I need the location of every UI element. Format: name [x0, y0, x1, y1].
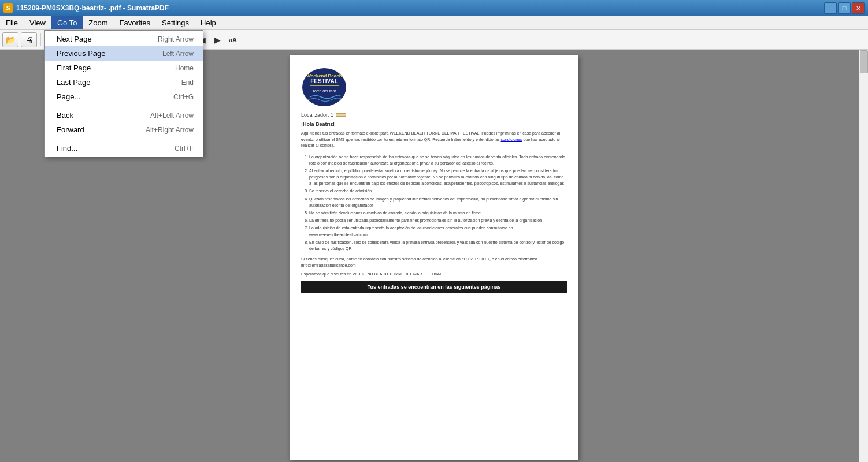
print-button[interactable]: 🖨 — [21, 32, 37, 47]
next-page-shortcut: Right Arrow — [158, 35, 194, 43]
match-case-button[interactable]: aA — [227, 33, 239, 46]
last-page-shortcut: End — [181, 79, 194, 87]
minimize-button[interactable]: – — [824, 2, 837, 14]
page-shortcut: Ctrl+G — [173, 93, 194, 101]
toolbar-separator-1 — [40, 33, 41, 46]
separator-2 — [45, 139, 203, 139]
condition-2: Al entrar al recinto, el público puede e… — [309, 167, 567, 187]
condition-8: En caso de falsificación, solo se consid… — [309, 239, 567, 252]
banner-bar: Tus entradas se encuentran en las siguie… — [301, 281, 567, 293]
app-icon: S — [3, 3, 13, 13]
condition-1: La organización no se hace responsable d… — [309, 154, 567, 166]
goto-first-page[interactable]: First Page Home — [45, 61, 203, 75]
svg-text:FESTIVAL: FESTIVAL — [310, 78, 338, 84]
scrollbar-right[interactable] — [859, 50, 868, 462]
last-page-label: Last Page — [57, 78, 91, 87]
goto-find[interactable]: Find... Ctrl+F — [45, 141, 203, 155]
condition-3: Se reserva el derecho de admisión — [309, 188, 567, 194]
goto-previous-page[interactable]: Previous Page Left Arrow — [45, 46, 203, 61]
forward-label: Forward — [57, 125, 84, 134]
localizador-label: Localizador: 1 — [301, 112, 333, 118]
goto-page[interactable]: Page... Ctrl+G — [45, 90, 203, 104]
menu-settings[interactable]: Settings — [156, 16, 195, 29]
condition-5: No se admitirán devoluciones o cambios d… — [309, 210, 567, 216]
footer-hope: Esperamos que disfrutes en WEEKEND BEACH… — [301, 272, 567, 276]
open-button[interactable]: 📂 — [2, 32, 18, 47]
menu-file[interactable]: File — [0, 16, 24, 29]
back-label: Back — [57, 111, 73, 120]
menu-goto[interactable]: Go To — [51, 16, 83, 29]
titlebar: S 115209-PM0SX3BQ-beatriz- .pdf - Sumatr… — [0, 0, 868, 16]
goto-back[interactable]: Back Alt+Left Arrow — [45, 108, 203, 122]
back-shortcut: Alt+Left Arrow — [150, 111, 194, 120]
find-label-menu: Find... — [57, 144, 77, 152]
previous-page-shortcut: Left Arrow — [162, 50, 194, 58]
body-text: Aquí tienes tus entradas en formato e-ti… — [301, 131, 567, 149]
goto-next-page[interactable]: Next Page Right Arrow — [45, 32, 203, 46]
condition-4: Quedan reservados los derechos de imagen… — [309, 196, 567, 208]
titlebar-left: S 115209-PM0SX3BQ-beatriz- .pdf - Sumatr… — [3, 3, 169, 13]
menu-view[interactable]: View — [24, 16, 51, 29]
goto-forward[interactable]: Forward Alt+Right Arrow — [45, 122, 203, 137]
menu-help[interactable]: Help — [195, 16, 222, 29]
footer-contact: Si tienes cualquier duda, ponte en conta… — [301, 256, 567, 269]
forward-shortcut: Alt+Right Arrow — [146, 126, 194, 134]
localizador: Localizador: 1 — [301, 112, 567, 118]
next-page-label: Next Page — [57, 35, 92, 43]
find-next-button[interactable]: ▶ — [212, 33, 224, 46]
pdf-page: Weekend Beach FESTIVAL Torre del Mar Loc… — [290, 55, 578, 460]
conditions-list: La organización no se hace responsable d… — [301, 154, 567, 252]
separator-1 — [45, 106, 203, 106]
condition-6: La entrada no podrá ser utilizada public… — [309, 217, 567, 223]
maximize-button[interactable]: □ — [838, 2, 851, 14]
titlebar-controls: – □ ✕ — [824, 2, 865, 14]
previous-page-label: Previous Page — [57, 49, 106, 58]
page-label: Page... — [57, 92, 80, 101]
first-page-label: First Page — [57, 64, 91, 72]
window-title: 115209-PM0SX3BQ-beatriz- .pdf - SumatraP… — [16, 4, 169, 12]
goto-last-page[interactable]: Last Page End — [45, 75, 203, 90]
condition-7: La adquisición de esta entrada represent… — [309, 225, 567, 237]
first-page-shortcut: Home — [175, 64, 194, 72]
menubar: File View Go To Zoom Favorites Settings … — [0, 16, 868, 30]
svg-text:Torre del Mar: Torre del Mar — [312, 89, 336, 93]
greeting: ¡Hola Beatriz! — [301, 121, 567, 127]
close-button[interactable]: ✕ — [852, 2, 865, 14]
menu-favorites[interactable]: Favorites — [114, 16, 156, 29]
find-shortcut: Ctrl+F — [175, 144, 194, 152]
menu-zoom[interactable]: Zoom — [83, 16, 113, 29]
scrollbar-thumb[interactable] — [860, 50, 868, 73]
conditions-link[interactable]: condiciones — [501, 137, 522, 141]
goto-dropdown-menu: Next Page Right Arrow Previous Page Left… — [44, 30, 203, 157]
localizador-box — [336, 113, 346, 117]
